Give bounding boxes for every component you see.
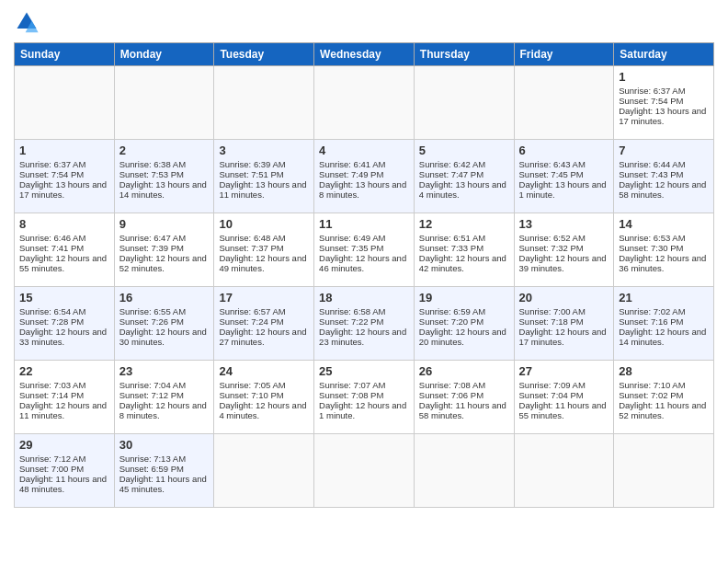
calendar-cell: 7Sunrise: 6:44 AMSunset: 7:43 PMDaylight… [614, 140, 714, 213]
calendar-cell: 6Sunrise: 6:43 AMSunset: 7:45 PMDaylight… [514, 140, 614, 213]
sunset-text: Sunset: 7:10 PM [219, 390, 283, 400]
calendar-cell: 9Sunrise: 6:47 AMSunset: 7:39 PMDaylight… [114, 213, 214, 287]
day-number: 25 [319, 364, 409, 378]
calendar-cell [514, 66, 614, 140]
sunset-text: Sunset: 7:20 PM [419, 316, 483, 327]
day-number: 1 [619, 70, 709, 84]
day-number: 13 [519, 217, 609, 231]
calendar-cell: 30Sunrise: 7:13 AMSunset: 6:59 PMDayligh… [114, 434, 214, 508]
sunset-text: Sunset: 7:35 PM [319, 243, 383, 253]
calendar-cell [214, 434, 314, 508]
week-row: 8Sunrise: 6:46 AMSunset: 7:41 PMDaylight… [15, 213, 714, 287]
daylight-text: Daylight: 12 hours and 27 minutes. [219, 327, 306, 347]
daylight-text: Daylight: 13 hours and 17 minutes. [619, 106, 706, 126]
sunset-text: Sunset: 7:04 PM [519, 390, 584, 400]
sunset-text: Sunset: 7:14 PM [19, 390, 84, 400]
daylight-text: Daylight: 11 hours and 45 minutes. [119, 474, 207, 494]
day-number: 12 [419, 217, 509, 231]
calendar-cell [214, 66, 314, 140]
day-number: 20 [519, 291, 609, 304]
sunrise-text: Sunrise: 7:08 AM [419, 380, 485, 390]
sunset-text: Sunset: 7:06 PM [419, 390, 483, 400]
daylight-text: Daylight: 13 hours and 14 minutes. [119, 179, 207, 200]
sunrise-text: Sunrise: 6:52 AM [519, 233, 586, 243]
sunset-text: Sunset: 7:18 PM [519, 316, 584, 327]
daylight-text: Daylight: 12 hours and 33 minutes. [19, 327, 107, 347]
sunrise-text: Sunrise: 6:53 AM [619, 233, 685, 243]
sunrise-text: Sunrise: 6:57 AM [219, 306, 285, 316]
day-number: 27 [519, 364, 609, 378]
day-number: 30 [119, 438, 210, 452]
calendar-cell: 8Sunrise: 6:46 AMSunset: 7:41 PMDaylight… [15, 213, 115, 287]
sunset-text: Sunset: 7:02 PM [619, 390, 683, 400]
day-number: 29 [19, 438, 109, 452]
sunrise-text: Sunrise: 7:02 AM [619, 306, 685, 316]
daylight-text: Daylight: 12 hours and 52 minutes. [119, 253, 207, 273]
sunrise-text: Sunrise: 6:51 AM [419, 233, 485, 243]
sunrise-text: Sunrise: 6:38 AM [119, 159, 186, 169]
sunrise-text: Sunrise: 6:55 AM [119, 306, 186, 316]
daylight-text: Daylight: 12 hours and 8 minutes. [119, 400, 207, 420]
sunrise-text: Sunrise: 6:48 AM [219, 233, 285, 243]
day-number: 14 [619, 217, 709, 231]
sunset-text: Sunset: 7:43 PM [619, 169, 683, 179]
day-number: 16 [119, 291, 210, 304]
daylight-text: Daylight: 13 hours and 11 minutes. [219, 179, 306, 200]
calendar-cell: 10Sunrise: 6:48 AMSunset: 7:37 PMDayligh… [214, 213, 314, 287]
logo-icon [14, 9, 40, 35]
sunset-text: Sunset: 7:39 PM [119, 243, 184, 253]
sunrise-text: Sunrise: 7:04 AM [119, 380, 186, 390]
sunrise-text: Sunrise: 6:42 AM [419, 159, 485, 169]
calendar-cell: 12Sunrise: 6:51 AMSunset: 7:33 PMDayligh… [414, 213, 514, 287]
calendar-cell: 28Sunrise: 7:10 AMSunset: 7:02 PMDayligh… [614, 361, 714, 434]
sunrise-text: Sunrise: 6:37 AM [619, 86, 685, 96]
header-row: SundayMondayTuesdayWednesdayThursdayFrid… [15, 43, 714, 66]
sunrise-text: Sunrise: 6:58 AM [319, 306, 385, 316]
week-row: 1Sunrise: 6:37 AMSunset: 7:54 PMDaylight… [15, 66, 714, 140]
daylight-text: Daylight: 12 hours and 20 minutes. [419, 327, 506, 347]
day-number: 17 [219, 291, 309, 304]
sunrise-text: Sunrise: 6:44 AM [619, 159, 685, 169]
sunrise-text: Sunrise: 6:49 AM [319, 233, 385, 243]
daylight-text: Daylight: 12 hours and 30 minutes. [119, 327, 207, 347]
daylight-text: Daylight: 13 hours and 17 minutes. [19, 179, 107, 200]
calendar-cell: 25Sunrise: 7:07 AMSunset: 7:08 PMDayligh… [314, 361, 415, 434]
day-number: 5 [419, 144, 509, 157]
calendar-cell: 13Sunrise: 6:52 AMSunset: 7:32 PMDayligh… [514, 213, 614, 287]
sunrise-text: Sunrise: 7:12 AM [19, 454, 85, 464]
day-header-wednesday: Wednesday [314, 43, 415, 66]
sunset-text: Sunset: 6:59 PM [119, 464, 184, 474]
sunrise-text: Sunrise: 6:39 AM [219, 159, 285, 169]
day-header-tuesday: Tuesday [214, 43, 314, 66]
calendar-cell: 14Sunrise: 6:53 AMSunset: 7:30 PMDayligh… [614, 213, 714, 287]
calendar-cell: 11Sunrise: 6:49 AMSunset: 7:35 PMDayligh… [314, 213, 415, 287]
calendar-cell [114, 66, 214, 140]
daylight-text: Daylight: 12 hours and 23 minutes. [319, 327, 406, 347]
sunset-text: Sunset: 7:24 PM [219, 316, 283, 327]
daylight-text: Daylight: 12 hours and 14 minutes. [619, 327, 706, 347]
sunset-text: Sunset: 7:54 PM [19, 169, 84, 179]
calendar-cell: 16Sunrise: 6:55 AMSunset: 7:26 PMDayligh… [114, 287, 214, 361]
sunset-text: Sunset: 7:33 PM [419, 243, 483, 253]
day-number: 2 [119, 144, 210, 157]
calendar-cell: 15Sunrise: 6:54 AMSunset: 7:28 PMDayligh… [15, 287, 115, 361]
day-number: 1 [19, 144, 109, 157]
day-number: 7 [619, 144, 709, 157]
daylight-text: Daylight: 12 hours and 39 minutes. [519, 253, 607, 273]
calendar-cell: 24Sunrise: 7:05 AMSunset: 7:10 PMDayligh… [214, 361, 314, 434]
page: SundayMondayTuesdayWednesdayThursdayFrid… [0, 0, 728, 563]
week-row: 29Sunrise: 7:12 AMSunset: 7:00 PMDayligh… [15, 434, 714, 508]
daylight-text: Daylight: 12 hours and 42 minutes. [419, 253, 506, 273]
sunset-text: Sunset: 7:28 PM [19, 316, 84, 327]
sunset-text: Sunset: 7:22 PM [319, 316, 383, 327]
calendar-cell [314, 434, 415, 508]
sunrise-text: Sunrise: 7:00 AM [519, 306, 586, 316]
calendar-body: 1Sunrise: 6:37 AMSunset: 7:54 PMDaylight… [15, 66, 714, 508]
calendar-cell: 4Sunrise: 6:41 AMSunset: 7:49 PMDaylight… [314, 140, 415, 213]
calendar-cell: 22Sunrise: 7:03 AMSunset: 7:14 PMDayligh… [15, 361, 115, 434]
sunset-text: Sunset: 7:51 PM [219, 169, 283, 179]
calendar-header: SundayMondayTuesdayWednesdayThursdayFrid… [15, 43, 714, 66]
sunset-text: Sunset: 7:16 PM [619, 316, 683, 327]
sunrise-text: Sunrise: 7:13 AM [119, 454, 186, 464]
sunrise-text: Sunrise: 7:10 AM [619, 380, 685, 390]
